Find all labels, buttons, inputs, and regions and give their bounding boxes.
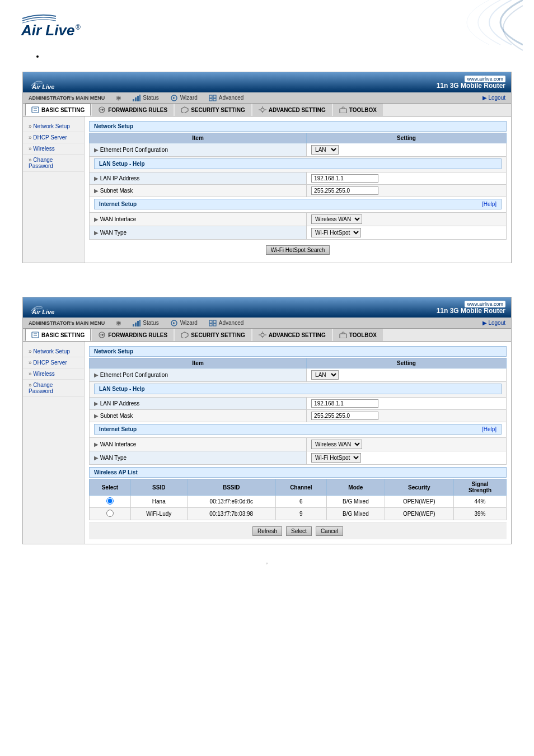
sidebar2-dhcp[interactable]: DHCP Server (23, 357, 84, 368)
help-link[interactable]: [Help] (482, 201, 496, 207)
panel2-title: www.airlive.com 11n 3G Mobile Router (437, 301, 505, 315)
p2-wan-type-label: WAN Type (90, 451, 307, 465)
table-row-subsection: Internet Setup [Help] (90, 197, 507, 213)
panel2-tab-toolbox[interactable]: TOOLBOX (333, 329, 383, 341)
panel2-config-table: Item Setting Ethernet Port Configuration… (89, 358, 507, 465)
subnet-input[interactable] (311, 186, 378, 195)
panel2-basic-icon (31, 332, 39, 338)
router-panel-2: Âir Live www.airlive.com 11n 3G Mobile R… (0, 297, 534, 544)
ap2-channel: 9 (275, 508, 326, 520)
panel2-tab-advanced[interactable]: ADVANCED SETTING (252, 329, 332, 341)
sidebar2-network[interactable]: Network Setup (23, 346, 84, 357)
panel2-nav-wizard[interactable]: Wizard (170, 320, 198, 326)
panel1-nav-status-label: Status (143, 95, 158, 101)
lan-ip-input[interactable] (311, 174, 378, 183)
wireless-ap-table: Select SSID BSSID Channel Mode Security … (89, 479, 507, 520)
ap1-ssid: Hana (130, 496, 187, 508)
p2-lan-setup-header: LAN Setup - Help (94, 384, 502, 394)
p2-help-link[interactable]: [Help] (482, 426, 496, 432)
ap-button-row: Refresh Select Cancel (89, 522, 507, 539)
p2-eth-port-select[interactable]: LAN WAN (311, 370, 339, 380)
svg-point-36 (261, 333, 264, 337)
panel1-tab-toolbox[interactable]: TOOLBOX (333, 104, 383, 116)
eth-port-select[interactable]: LAN WAN (311, 145, 339, 155)
wan-interface-select[interactable]: Wireless WAN 3G Ethernet (311, 214, 362, 224)
table-row: WAN Type Wi-Fi HotSpot DHCP Static (90, 451, 507, 465)
wan-interface-value: Wireless WAN 3G Ethernet (307, 213, 507, 226)
wan-type-select[interactable]: Wi-Fi HotSpot DHCP Static (311, 228, 361, 237)
panel1-nav-wizard[interactable]: Wizard (170, 95, 198, 101)
signal-icon (133, 95, 140, 101)
panel1-tab-security[interactable]: SECURITY SETTING (175, 104, 251, 116)
panel2-admin-label: ADMINISTRATOR's MAIN MENU (29, 320, 105, 326)
spacer (0, 274, 534, 291)
sidebar1-wireless[interactable]: Wireless (23, 143, 84, 155)
panel2-tab-forwarding[interactable]: FORWARDING RULES (92, 329, 174, 341)
refresh-button[interactable]: Refresh (252, 526, 282, 536)
forwarding-icon (98, 106, 106, 113)
panel2-nav-status[interactable]: Status (133, 320, 158, 326)
svg-rect-30 (209, 324, 212, 326)
ap1-mode: B/G Mixed (326, 496, 385, 508)
col-item: Item (90, 133, 307, 143)
panel2-signal-icon (133, 320, 140, 326)
ap1-bssid: 00:13:f7:e9:0d:8c (187, 496, 275, 508)
sidebar2-wireless[interactable]: Wireless (23, 368, 84, 380)
svg-rect-9 (213, 95, 216, 98)
sidebar1-dhcp[interactable]: DHCP Server (23, 132, 84, 143)
ap1-radio[interactable] (106, 497, 114, 505)
panel1-logout[interactable]: ▶ Logout (483, 95, 505, 101)
p2-wan-type-select[interactable]: Wi-Fi HotSpot DHCP Static (311, 453, 361, 463)
sidebar2-password[interactable]: Change Password (23, 380, 84, 397)
table-row-subsection: LAN Setup - Help (90, 157, 507, 172)
p2-lan-ip-input[interactable] (311, 399, 378, 408)
panel2-tab-forwarding-label: FORWARDING RULES (108, 332, 167, 338)
p2-wan-interface-select[interactable]: Wireless WAN 3G Ethernet (311, 440, 362, 449)
svg-rect-8 (209, 95, 212, 98)
panel1-main: Network Setup Item Setting Ethernet Port… (85, 116, 511, 263)
panel1-tab-basic[interactable]: BASIC SETTING (25, 104, 91, 116)
cancel-button[interactable]: Cancel (316, 526, 343, 536)
panel1-nav-advanced[interactable]: Advanced (209, 95, 243, 101)
p2-wan-type-value: Wi-Fi HotSpot DHCP Static (307, 451, 507, 465)
panel1-admin-label: ADMINISTRATOR's MAIN MENU (29, 95, 105, 101)
panel2-nav-wizard-label: Wizard (180, 320, 198, 326)
table-row: Ethernet Port Configuration LAN WAN (90, 143, 507, 157)
panel2-tab-security[interactable]: SECURITY SETTING (175, 329, 251, 341)
p2-internet-setup-header: Internet Setup [Help] (94, 424, 502, 435)
panel1-tabbar: BASIC SETTING FORWARDING RULES SECURITY … (23, 104, 511, 116)
wizard-icon (170, 95, 178, 101)
panel2-nav-status-label: Status (143, 320, 158, 326)
panel2-main: Network Setup Item Setting Ethernet Port… (85, 342, 511, 544)
panel1-network-header: Network Setup (89, 121, 507, 132)
p2-subnet-input[interactable] (311, 412, 378, 420)
svg-rect-23 (133, 324, 134, 326)
table-row: LAN IP Address (90, 398, 507, 410)
panel1-tab-forwarding[interactable]: FORWARDING RULES (92, 104, 174, 116)
svg-rect-21 (340, 109, 346, 113)
sidebar1-password[interactable]: Change Password (23, 155, 84, 172)
table-row-subsection: LAN Setup - Help (90, 382, 507, 398)
panel2-logout[interactable]: ▶ Logout (483, 320, 505, 326)
panel1-navbar: ADMINISTRATOR's MAIN MENU ◉ Status Wizar… (23, 92, 511, 104)
svg-text:Air Live: Air Live (21, 22, 74, 39)
panel1-tab-advanced[interactable]: ADVANCED SETTING (252, 104, 332, 116)
ap2-signal: 39% (453, 508, 506, 520)
panel1-tab-security-label: SECURITY SETTING (191, 107, 245, 113)
subnet-value (307, 185, 507, 197)
ap1-channel: 6 (275, 496, 326, 508)
ap2-radio[interactable] (106, 510, 114, 517)
panel2-adv-icon (259, 332, 266, 338)
select-button[interactable]: Select (286, 526, 312, 536)
panel2-tab-basic[interactable]: BASIC SETTING (25, 329, 91, 341)
wifi-hotspot-search-button[interactable]: Wi-Fi HotSpot Search (266, 245, 330, 255)
wireless-ap-list-header: Wireless AP List (89, 467, 507, 478)
panel1-nav-status[interactable]: Status (133, 95, 158, 101)
panel2-topbar: Âir Live www.airlive.com 11n 3G Mobile R… (23, 297, 511, 318)
panel2-nav-advanced[interactable]: Advanced (209, 320, 243, 326)
panel2-network-header: Network Setup (89, 346, 507, 357)
sidebar1-network[interactable]: Network Setup (23, 121, 84, 132)
panel1-tab-advanced-label: ADVANCED SETTING (269, 107, 326, 113)
page-header: Air Live ® (0, 0, 534, 46)
col-select: Select (90, 479, 131, 496)
